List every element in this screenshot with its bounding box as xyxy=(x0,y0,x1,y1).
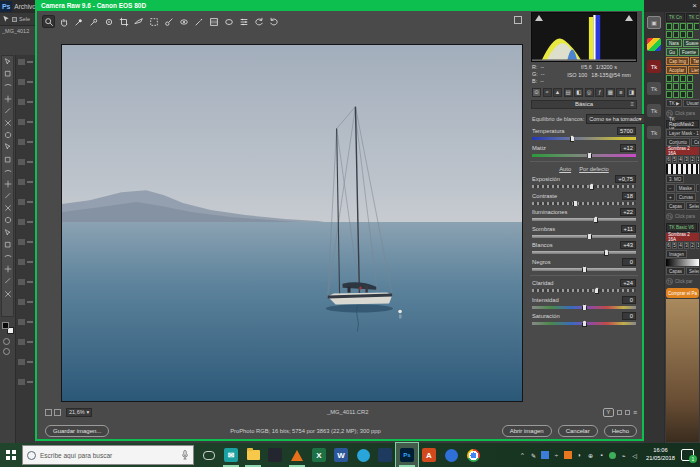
temperatura-slider[interactable] xyxy=(532,137,636,140)
tk-button[interactable]: Seleccio xyxy=(686,202,699,210)
tray-half[interactable]: ◗ xyxy=(576,451,583,459)
document-tab[interactable]: _MG_4012 xyxy=(2,28,35,34)
cancel-button[interactable]: Cancelar xyxy=(558,425,598,437)
tk-number-button[interactable]: 1 xyxy=(696,242,699,249)
taskbar-clock[interactable]: 16:06 21/05/2018 xyxy=(646,447,675,462)
chrome-taskbar-icon[interactable] xyxy=(462,443,484,467)
preferences-tool-icon[interactable] xyxy=(237,15,250,28)
shadow-clipping-icon[interactable] xyxy=(535,15,543,21)
history-row[interactable] xyxy=(18,119,33,125)
tk-panel-icon-1[interactable]: Tk xyxy=(647,82,661,95)
history-row[interactable] xyxy=(18,259,33,265)
white-balance-select[interactable]: Como se ha tomado ▾ xyxy=(586,114,644,124)
tk-action-icon[interactable] xyxy=(687,75,693,82)
toggle-filmstrip-icon[interactable] xyxy=(45,409,52,416)
tk-action-icon[interactable] xyxy=(680,31,686,38)
camera-calibration-tab[interactable]: ▦ xyxy=(606,88,615,97)
tk-number-button[interactable]: 2 xyxy=(690,156,695,163)
app-navy-taskbar-icon[interactable] xyxy=(374,443,396,467)
tk-action-icon[interactable] xyxy=(673,23,679,30)
history-row[interactable] xyxy=(18,239,33,245)
tk-buy-button[interactable]: Comprar el Pa xyxy=(666,288,699,298)
tk-action-icon[interactable] xyxy=(666,31,672,38)
tk-button[interactable]: 3. MO xyxy=(666,175,684,183)
color-sampler-tool-icon[interactable] xyxy=(87,15,100,28)
history-brush-tool-icon[interactable] xyxy=(4,168,12,176)
tk-button[interactable]: Can xyxy=(691,138,699,146)
tk-button[interactable]: Tamaño xyxy=(690,57,699,65)
adobe-orange-taskbar-icon[interactable]: A xyxy=(418,443,440,467)
rotate-left-tool-icon[interactable] xyxy=(252,15,265,28)
tk-action-icon[interactable] xyxy=(687,31,693,38)
tk-action-icon[interactable] xyxy=(666,83,672,90)
panel-menu-icon[interactable]: ≡ xyxy=(630,101,634,107)
highlight-clipping-icon[interactable] xyxy=(625,15,633,21)
tk-button[interactable]: Capas xyxy=(666,202,685,210)
tk-button[interactable]: Suave xyxy=(683,39,699,47)
negros-slider[interactable] xyxy=(532,268,636,271)
tk-number-button[interactable]: 6 xyxy=(666,242,671,249)
tk-button[interactable]: Curvas xyxy=(676,193,696,201)
slider-thumb[interactable] xyxy=(594,287,599,294)
tk-button[interactable]: Seleccio xyxy=(686,267,699,275)
clone-stamp-tool-icon[interactable] xyxy=(4,156,12,164)
tk-action-icon[interactable] xyxy=(687,23,693,30)
brush-tool-icon[interactable] xyxy=(4,143,12,151)
copy-settings-icon[interactable] xyxy=(625,410,630,415)
effects-tab[interactable]: ƒ xyxy=(595,88,604,97)
snapshots-tab[interactable]: ◨ xyxy=(627,88,636,97)
tk-action-icon[interactable] xyxy=(666,91,672,98)
exposición-slider[interactable] xyxy=(532,185,636,188)
open-image-button[interactable]: Abrir imagen xyxy=(502,425,552,437)
tk-button[interactable]: Acoplar xyxy=(666,66,687,74)
iluminaciones-slider[interactable] xyxy=(532,218,636,221)
tk-action-icon[interactable] xyxy=(680,23,686,30)
tk-action-icon[interactable] xyxy=(673,75,679,82)
spot-healing-tool-icon[interactable] xyxy=(4,131,12,139)
app-dark-taskbar-icon[interactable] xyxy=(264,443,286,467)
tk-mask-label[interactable]: Sombras 2 16A xyxy=(666,233,699,241)
tk-tab[interactable]: TK In xyxy=(698,223,699,232)
hsl-tab[interactable]: ▤ xyxy=(564,88,573,97)
radial-filter-tool-icon[interactable] xyxy=(222,15,235,28)
rectangular-marquee-tool-icon[interactable] xyxy=(4,70,12,78)
history-row[interactable] xyxy=(18,159,33,165)
red-eye-tool-icon[interactable] xyxy=(177,15,190,28)
claridad-slider[interactable] xyxy=(532,289,636,292)
white-balance-tool-icon[interactable] xyxy=(72,15,85,28)
history-row[interactable] xyxy=(18,279,33,285)
history-row[interactable] xyxy=(18,379,33,385)
history-row[interactable] xyxy=(18,79,33,85)
workflow-options-link[interactable]: ProPhoto RGB; 16 bits; 5754 por 3863 (22… xyxy=(109,428,501,434)
tk-luminosity-keys[interactable] xyxy=(666,164,699,174)
tk-button[interactable]: Capas xyxy=(666,267,685,275)
tk-button[interactable]: Usuario xyxy=(683,99,699,107)
color-swatches[interactable] xyxy=(2,322,14,334)
history-row[interactable] xyxy=(18,339,33,345)
done-button[interactable]: Hecho xyxy=(604,425,637,437)
quick-selection-tool-icon[interactable] xyxy=(4,95,12,103)
tone-curve-tab[interactable]: ≈ xyxy=(543,88,552,97)
tk-tab[interactable]: TK Cn xyxy=(666,13,685,22)
file-explorer-taskbar-icon[interactable] xyxy=(242,443,264,467)
history-row[interactable] xyxy=(18,139,33,145)
tk-number-button[interactable]: 6 xyxy=(666,156,671,163)
lens-corrections-tab[interactable]: ◎ xyxy=(585,88,594,97)
tk-button[interactable]: TK ▶ xyxy=(666,99,682,107)
history-row[interactable] xyxy=(18,299,33,305)
tk-action-icon[interactable] xyxy=(680,75,686,82)
excel-taskbar-icon[interactable]: X xyxy=(308,443,330,467)
tray-globe[interactable]: ⊕ xyxy=(587,451,594,459)
targeted-adjustment-tool-icon[interactable] xyxy=(102,15,115,28)
tk-color-icon[interactable] xyxy=(647,38,661,51)
tk-action-icon[interactable] xyxy=(694,23,699,30)
blur-tool-icon[interactable] xyxy=(4,204,12,212)
slider-thumb[interactable] xyxy=(582,304,587,311)
app-blue2-taskbar-icon[interactable] xyxy=(440,443,462,467)
history-row[interactable] xyxy=(18,99,33,105)
tk-mask-label[interactable]: Sombras 2 16A xyxy=(666,147,699,155)
rotate-right-tool-icon[interactable] xyxy=(267,15,280,28)
tray-expand[interactable]: ^ xyxy=(519,451,526,459)
zoom-level-select[interactable]: 21,6% ▾ xyxy=(66,408,92,417)
basic-tab[interactable]: ⊙ xyxy=(532,88,541,97)
